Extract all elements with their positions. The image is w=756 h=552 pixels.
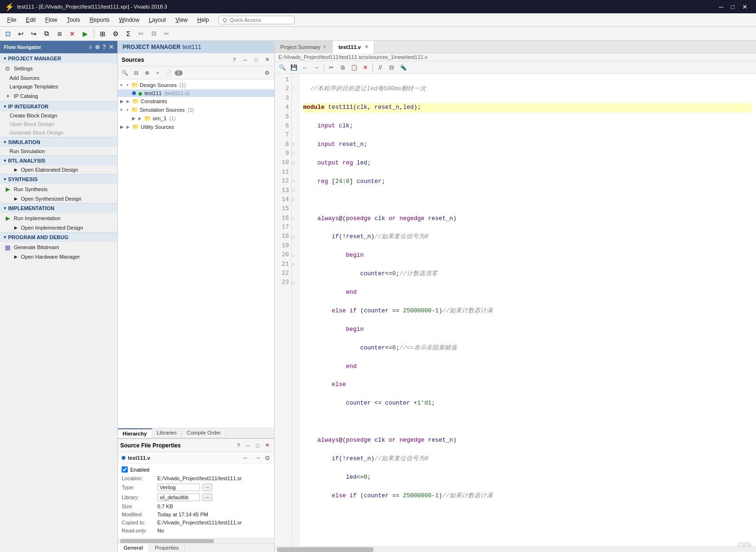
nav-icon-close[interactable]: ✕ [109,44,114,50]
tab-test111-close-btn[interactable]: ✕ [364,44,368,49]
props-type-browse-btn[interactable]: ··· [202,484,212,491]
toolbar-sigma-btn[interactable]: Σ [123,29,134,39]
toolbar-settings-btn[interactable]: ⚙ [110,29,121,39]
props-minimize-btn[interactable]: ─ [243,441,253,450]
nav-open-elaborated-design[interactable]: ▶ Open Elaborated Design [0,165,117,174]
toolbar-copy2-btn[interactable]: ⧉ [148,29,160,39]
ed-paste-btn[interactable]: 📋 [349,63,359,72]
menu-window[interactable]: Window [114,15,144,25]
nav-generate-bitstream[interactable]: ▦ Generate Bitstream [0,242,117,252]
menu-edit[interactable]: Edit [21,15,40,25]
nav-language-templates[interactable]: Language Templates [0,82,117,91]
toolbar-grid-btn[interactable]: ⊞ [97,29,108,39]
props-nav-fwd-btn[interactable]: → [253,454,262,462]
sources-gear-btn[interactable]: ⚙ [262,68,272,77]
tree-simulation-sources[interactable]: ▾ ▾ 📁 Simulation Sources (1) [118,106,274,114]
props-library-browse-btn[interactable]: ··· [202,494,212,501]
tab-hierarchy[interactable]: Hierarchy [118,428,152,438]
nav-run-implementation[interactable]: ▶ Run Implementation [0,213,117,223]
section-rtl-analysis-header[interactable]: ▾ RTL ANALYSIS [0,155,117,165]
menu-flow[interactable]: Flow [40,15,62,25]
tree-sim-1[interactable]: ▶ ▶ 📁 sim_1 (1) [118,114,274,123]
editor-scrollbar[interactable] [275,546,756,552]
menu-tools[interactable]: Tools [62,15,85,25]
toolbar-redo-btn[interactable]: ↪ [28,29,39,39]
nav-ip-catalog[interactable]: ✦ IP Catalog [0,91,117,101]
nav-create-block-design[interactable]: Create Block Design [0,111,117,120]
menu-view[interactable]: View [171,15,192,25]
sources-minimize-btn[interactable]: ─ [240,55,250,65]
ed-comment-btn[interactable]: // [375,63,385,72]
minimize-btn[interactable]: ─ [715,3,727,10]
toolbar-close-btn[interactable]: ✕ [67,29,78,39]
nav-open-hardware-manager[interactable]: ▶ Open Hardware Manager [0,252,117,261]
menu-layout[interactable]: Layout [144,15,171,25]
ed-copy-btn[interactable]: ⧉ [337,63,348,72]
nav-run-simulation[interactable]: Run Simulation [0,147,117,155]
tab-libraries[interactable]: Libraries [152,428,182,438]
maximize-btn[interactable]: □ [727,3,738,10]
toolbar-paste-btn[interactable]: ⧆ [54,29,65,39]
ed-delete-btn[interactable]: ✕ [360,63,371,72]
toolbar-undo-btn[interactable]: ↩ [15,29,27,39]
tree-test111[interactable]: ◼ test111 (test111.v) [118,89,274,97]
sources-collapse-btn[interactable]: ⊟ [131,68,141,77]
ed-fwd-btn[interactable]: → [311,63,322,72]
toolbar-new-btn[interactable]: ⊡ [2,29,14,39]
section-synthesis-header[interactable]: ▾ SYNTHESIS [0,174,117,184]
nav-icon-help[interactable]: ? [103,44,106,50]
tree-constraints[interactable]: ▶ ▶ 📁 Constraints [118,97,274,106]
tab-project-summary[interactable]: Project Summary ✕ [275,41,333,53]
sources-file-btn[interactable]: 📄 [164,68,173,77]
props-scrollbar[interactable] [118,538,274,543]
section-simulation-header[interactable]: ▾ SIMULATION [0,137,117,147]
code-content[interactable]: //本程序的目的是让led每500ms翻转一次 module test111(c… [299,74,756,546]
props-nav-back-btn[interactable]: ← [241,454,250,462]
menu-help[interactable]: Help [192,15,214,25]
menu-file[interactable]: File [2,15,21,25]
nav-icon-menu[interactable]: ≡ [89,44,92,50]
ed-cut-btn[interactable]: ✂ [326,63,336,72]
props-restore-btn[interactable]: □ [253,441,262,450]
section-implementation-header[interactable]: ▾ IMPLEMENTATION [0,203,117,213]
props-type-input[interactable] [157,484,200,491]
menu-reports[interactable]: Reports [85,15,114,25]
section-project-manager-header[interactable]: ▾ PROJECT MANAGER [0,53,117,63]
ed-search2-btn[interactable]: 🔦 [398,63,408,72]
props-help-btn[interactable]: ? [234,441,243,450]
nav-run-synthesis[interactable]: ▶ Run Synthesis [0,184,117,194]
tree-utility-sources[interactable]: ▶ ▶ 📁 Utility Sources [118,123,274,131]
sources-restore-btn[interactable]: □ [251,55,261,65]
props-enabled-checkbox[interactable] [122,466,128,473]
sources-help-btn[interactable]: ? [230,55,239,65]
toolbar-run-btn[interactable]: ▶ [79,29,91,39]
ed-save-btn[interactable]: 💾 [288,63,299,72]
toolbar-copy-btn[interactable]: ⧉ [41,29,52,39]
nav-open-synthesized-design[interactable]: ▶ Open Synthesized Design [0,194,117,203]
sources-close-btn[interactable]: ✕ [262,55,272,65]
tab-compile-order[interactable]: Compile Order [182,428,226,438]
nav-add-sources[interactable]: Add Sources [0,74,117,82]
quick-access-input[interactable] [219,16,295,24]
props-tab-properties[interactable]: Properties [149,543,185,552]
sources-search-btn[interactable]: 🔍 [120,68,130,77]
close-btn[interactable]: ✕ [738,3,751,10]
nav-icon-pin[interactable]: ⊕ [95,44,100,50]
section-ip-integrator-header[interactable]: ▾ IP INTEGRATOR [0,101,117,111]
tree-design-sources[interactable]: ▾ ▾ 📁 Design Sources (1) [118,81,274,89]
toolbar-cut-btn[interactable]: ✂ [135,29,147,39]
props-tab-general[interactable]: General [118,543,149,552]
nav-open-implemented-design[interactable]: ▶ Open Implemented Design [0,223,117,232]
toolbar-cut2-btn[interactable]: ✂ [161,29,172,39]
tab-test111-v[interactable]: test111.v ✕ [333,41,374,53]
ed-indent-btn[interactable]: ⊟ [386,63,397,72]
nav-settings[interactable]: ⚙ Settings [0,63,117,74]
props-gear-btn[interactable]: ⚙ [265,455,270,462]
props-close-btn[interactable]: ✕ [262,441,272,450]
section-program-debug-header[interactable]: ▾ PROGRAM AND DEBUG [0,232,117,242]
sources-expand-btn[interactable]: ⊕ [142,68,152,77]
sources-add-btn[interactable]: + [153,68,163,77]
ed-back-btn[interactable]: ← [300,63,310,72]
ed-search-btn[interactable]: 🔍 [277,63,287,72]
props-library-input[interactable] [157,494,200,501]
